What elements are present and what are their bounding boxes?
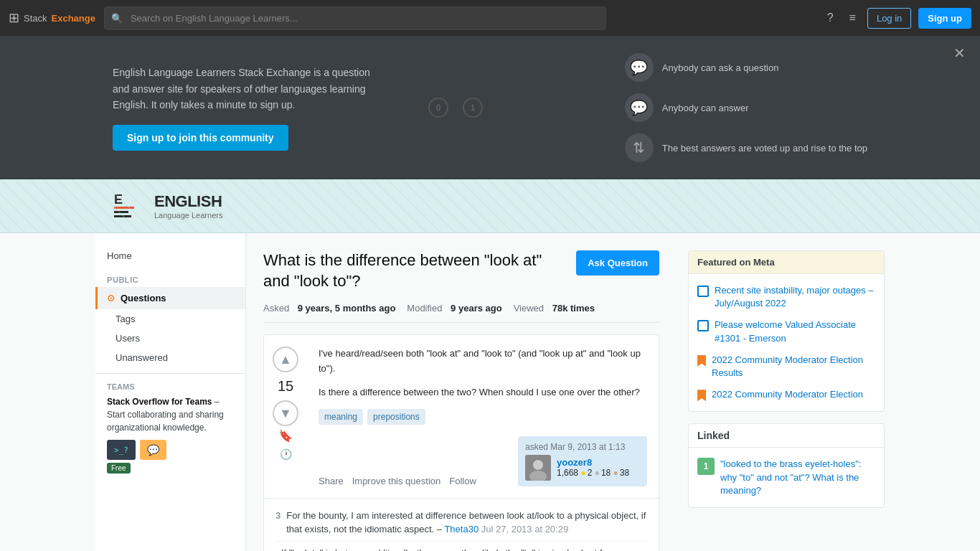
featured-meta-header: Featured on Meta xyxy=(689,251,884,274)
modified-value: 9 years ago xyxy=(451,303,502,314)
question-title: What is the difference between "look at"… xyxy=(263,250,565,291)
user-name[interactable]: yoozer8 xyxy=(557,457,629,468)
user-card-header: asked Mar 9, 2013 at 1:13 xyxy=(525,442,640,452)
hero-features: 💬 Anybody can ask a question 💬 Anybody c… xyxy=(625,53,867,162)
viewed-label: Viewed xyxy=(514,303,544,314)
comment-time-1: Jul 27, 2013 at 20:29 xyxy=(481,524,568,534)
vote-column: ▲ 15 ▼ 🔖 🕐 xyxy=(264,335,307,497)
ask-question-button[interactable]: Ask Question xyxy=(576,250,659,276)
svg-point-6 xyxy=(533,460,543,470)
public-section-label: PUBLIC xyxy=(95,267,245,287)
comment-text-2: If "look to" is being used literally, th… xyxy=(281,546,647,551)
hero-feature-ask: 💬 Anybody can ask a question xyxy=(625,53,867,82)
follow-link[interactable]: Follow xyxy=(449,476,476,486)
tag-meaning[interactable]: meaning xyxy=(319,409,363,425)
question-inner: ▲ 15 ▼ 🔖 🕐 I've heard/read/seen both "lo… xyxy=(264,335,659,497)
linked-item-1: 1 "looked to the brass eyelet-holes": wh… xyxy=(689,453,884,501)
vote-history-button[interactable]: 🕐 xyxy=(277,446,295,463)
featured-meta-body: Recent site instability, major outages –… xyxy=(689,274,884,411)
teams-chat-symbol: 💬 xyxy=(147,444,159,456)
gold-badge: 2 xyxy=(580,468,592,478)
teams-label: TEAMS xyxy=(107,382,234,391)
modified-label: Modified xyxy=(407,303,442,314)
linked-header: Linked xyxy=(689,424,884,448)
viewed-meta: Viewed 78k times xyxy=(514,303,595,314)
hero-text: English Language Learners Stack Exchange… xyxy=(113,65,385,150)
asked-meta: Asked 9 years, 5 months ago xyxy=(263,303,395,314)
tag-prepositions[interactable]: prepositions xyxy=(367,409,425,425)
teams-icons-row: >_? 💬 xyxy=(107,440,234,460)
bookmark-button[interactable]: 🔖 xyxy=(278,429,293,443)
question-actions: Share Improve this question Follow xyxy=(319,476,476,486)
user-details: yoozer8 1,668 2 18 38 xyxy=(557,457,629,478)
logo-stack-text: Stack xyxy=(24,13,47,24)
vote-up-button[interactable]: ▲ xyxy=(273,347,298,372)
teams-cli-icon: >_? xyxy=(107,440,136,460)
comment-2: If "look to" is being used literally, th… xyxy=(275,542,647,551)
login-button[interactable]: Log in xyxy=(867,8,911,29)
questions-label: Questions xyxy=(121,293,166,303)
topbar: ⊞ StackExchange 🔍 ? ≡ Log in Sign up xyxy=(0,0,980,36)
question-container: ▲ 15 ▼ 🔖 🕐 I've heard/read/seen both "lo… xyxy=(263,334,659,551)
featured-item-4[interactable]: 2022 Community Moderator Election xyxy=(689,384,884,405)
linked-count-1: 1 xyxy=(697,458,715,475)
featured-item-3[interactable]: 2022 Community Moderator Election Result… xyxy=(689,349,884,384)
question-actions-row: Share Improve this question Follow asked… xyxy=(319,436,647,486)
vote-feature-text: The best answers are voted up and rise t… xyxy=(662,143,867,154)
sidebar-item-questions[interactable]: ⊙ Questions xyxy=(95,287,245,309)
signup-button[interactable]: Sign up xyxy=(918,8,971,29)
comment-section: 3 For the bounty, I am interested at dif… xyxy=(264,498,659,551)
user-info: yoozer8 1,668 2 18 38 xyxy=(525,455,640,481)
user-rep: 1,668 2 18 38 xyxy=(557,468,629,478)
sidebar-item-users[interactable]: Users xyxy=(95,329,245,348)
hero-feature-vote: ⇅ The best answers are voted up and rise… xyxy=(625,133,867,162)
teams-cli-text: >_? xyxy=(114,446,128,455)
linked-text-1[interactable]: "looked to the brass eyelet-holes": why … xyxy=(720,458,875,497)
join-community-button[interactable]: Sign up to join this community xyxy=(113,125,288,151)
hero-feature-answer: 💬 Anybody can answer xyxy=(625,93,867,122)
sidebar-item-unanswered[interactable]: Unanswered xyxy=(95,348,245,367)
home-label: Home xyxy=(107,250,132,261)
vote-icon: ⇅ xyxy=(625,133,654,162)
hero-dots: 0 1 xyxy=(428,98,483,118)
share-link[interactable]: Share xyxy=(319,476,344,486)
user-card: asked Mar 9, 2013 at 1:13 xyxy=(518,436,647,486)
dot-1: 0 xyxy=(428,98,448,118)
site-logo-topbar[interactable]: ⊞ StackExchange xyxy=(9,10,95,26)
search-bar: 🔍 xyxy=(104,6,606,30)
right-sidebar: Featured on Meta Recent site instability… xyxy=(677,233,885,551)
viewed-value: 78k times xyxy=(552,303,595,314)
ask-feature-text: Anybody can ask a question xyxy=(662,62,779,73)
logo-exchange-text: Exchange xyxy=(52,13,95,24)
stackexchange-icon: ⊞ xyxy=(9,10,19,26)
comment-user-1[interactable]: Theta30 xyxy=(444,524,479,534)
sidebar-item-tags[interactable]: Tags xyxy=(95,309,245,329)
site-header-wrapper: Ε ENGLISH Language Learners xyxy=(0,179,980,233)
answer-icon: 💬 xyxy=(625,93,654,122)
help-icon-button[interactable]: ? xyxy=(823,7,838,29)
inbox-icon-button[interactable]: ≡ xyxy=(845,7,860,29)
hero-close-button[interactable]: ✕ xyxy=(953,44,966,62)
featured-item-1[interactable]: Recent site instability, major outages –… xyxy=(689,280,884,314)
featured-text-4: 2022 Community Moderator Election xyxy=(712,388,863,401)
answer-feature-text: Anybody can answer xyxy=(662,103,749,113)
bronze-badge: 38 xyxy=(613,468,630,478)
topbar-right: ? ≡ Log in Sign up xyxy=(823,7,971,29)
vote-down-button[interactable]: ▼ xyxy=(273,400,298,426)
hero-banner: English Language Learners Stack Exchange… xyxy=(0,36,980,179)
ask-icon: 💬 xyxy=(625,53,654,82)
question-text-line1: I've heard/read/seen both "look at" and … xyxy=(319,347,647,377)
featured-meta-widget: Featured on Meta Recent site instability… xyxy=(688,250,885,412)
hero-description: English Language Learners Stack Exchange… xyxy=(113,65,385,113)
improve-link[interactable]: Improve this question xyxy=(352,476,441,486)
comment-vote-1[interactable]: 3 xyxy=(275,509,281,537)
featured-text-3: 2022 Community Moderator Election Result… xyxy=(712,354,875,380)
comment-1: 3 For the bounty, I am interested at dif… xyxy=(275,504,647,542)
sidebar-item-home[interactable]: Home xyxy=(95,245,245,267)
search-input[interactable] xyxy=(104,6,606,30)
featured-icon-2 xyxy=(697,320,709,331)
featured-item-2[interactable]: Please welcome Valued Associate #1301 - … xyxy=(689,314,884,349)
left-sidebar: Home PUBLIC ⊙ Questions Tags Users Unans… xyxy=(95,233,246,551)
search-icon: 🔍 xyxy=(111,13,123,24)
rep-value: 1,668 xyxy=(557,468,578,478)
